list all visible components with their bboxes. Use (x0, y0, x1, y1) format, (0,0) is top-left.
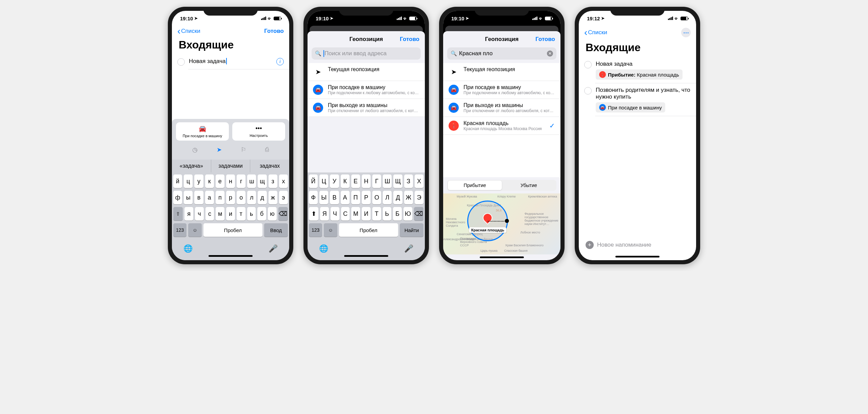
key-ь[interactable]: ь (247, 207, 256, 221)
key-с[interactable]: с (205, 207, 214, 221)
key-У[interactable]: У (330, 174, 339, 188)
key-В[interactable]: В (330, 191, 339, 204)
emoji-key[interactable]: ☺ (324, 223, 337, 237)
option-current-location[interactable]: ➤ Текущая геопозиция (443, 63, 560, 81)
key-Е[interactable]: Е (351, 174, 360, 188)
key-С[interactable]: С (341, 207, 350, 221)
map[interactable]: Музей Жукова Krispy Kreme Кремлёвская ап… (443, 193, 560, 254)
key-Ш[interactable]: Ш (383, 174, 392, 188)
key-д[interactable]: д (258, 191, 267, 204)
enter-key[interactable]: Ввод (264, 223, 288, 237)
key-я[interactable]: я (184, 207, 193, 221)
key-в[interactable]: в (194, 191, 203, 204)
key-Л[interactable]: Л (383, 191, 392, 204)
key-ж[interactable]: ж (269, 191, 277, 204)
search-box[interactable]: 🔍 (312, 47, 421, 60)
option-car-exit[interactable]: 🚘 При выходе из машиныПри отключении от … (443, 99, 560, 117)
tab-time-icon[interactable]: ◷ (189, 145, 201, 155)
key-и[interactable]: и (226, 207, 235, 221)
key-г[interactable]: г (237, 174, 245, 188)
key-з[interactable]: з (269, 174, 277, 188)
key-И[interactable]: И (362, 207, 371, 221)
new-reminder-button[interactable]: + Новое напоминание (579, 236, 696, 254)
key-ы[interactable]: ы (184, 191, 193, 204)
segment-arrival[interactable]: Прибытие (448, 181, 502, 190)
back-button[interactable]: Списки (177, 28, 200, 35)
key-ф[interactable]: ф (173, 191, 182, 204)
key-Д[interactable]: Д (393, 191, 402, 204)
task-input[interactable]: Новая задача (189, 58, 227, 64)
key-П[interactable]: П (351, 191, 360, 204)
key-Г[interactable]: Г (372, 174, 381, 188)
qt-suggestion[interactable]: «задача» (172, 160, 211, 172)
backspace-key[interactable]: ⌫ (414, 207, 423, 221)
find-key[interactable]: Найти (400, 223, 423, 237)
key-К[interactable]: К (341, 174, 350, 188)
search-box[interactable]: 🔍 Красная пло ✕ (447, 47, 556, 60)
key-М[interactable]: М (351, 207, 360, 221)
key-м[interactable]: м (216, 207, 224, 221)
task-row[interactable]: Новая задача 📍 Прибытие: Красная площадь (579, 57, 696, 83)
key-у[interactable]: у (194, 174, 203, 188)
task-radio[interactable] (584, 87, 592, 95)
key-Ф[interactable]: Ф (309, 191, 318, 204)
key-т[interactable]: т (237, 207, 245, 221)
key-Ю[interactable]: Ю (403, 207, 412, 221)
key-Ы[interactable]: Ы (319, 191, 328, 204)
key-Ж[interactable]: Ж (404, 191, 413, 204)
option-car-enter[interactable]: 🚘 При посадке в машинуПри подключении к … (443, 81, 560, 99)
key-л[interactable]: л (247, 191, 256, 204)
key-Х[interactable]: Х (415, 174, 423, 188)
home-indicator[interactable] (209, 255, 253, 257)
key-Ц[interactable]: Ц (319, 174, 328, 188)
numbers-key[interactable]: 123 (309, 223, 322, 237)
done-button[interactable]: Готово (400, 36, 419, 43)
arrival-departure-segment[interactable]: Прибытие Убытие (447, 180, 556, 191)
emoji-key[interactable]: ☺ (188, 223, 201, 237)
mic-icon[interactable]: 🎤 (404, 244, 413, 253)
key-Н[interactable]: Н (362, 174, 371, 188)
task-row[interactable]: Позвонить родителям и узнать, что нужно … (579, 83, 696, 116)
tab-location-icon[interactable]: ➤ (213, 145, 225, 155)
location-tag[interactable]: 📍 Прибытие: Красная площадь (596, 69, 683, 80)
suggestion-card-car[interactable]: 🚘При посадке в машину (176, 122, 229, 141)
key-а[interactable]: а (205, 191, 214, 204)
backspace-key[interactable]: ⌫ (278, 207, 288, 221)
numbers-key[interactable]: 123 (173, 223, 186, 237)
shift-key[interactable]: ⇧ (173, 207, 183, 221)
search-input[interactable]: Красная пло (459, 50, 545, 57)
key-А[interactable]: А (341, 191, 350, 204)
qt-suggestion[interactable]: задачами (211, 160, 251, 172)
home-indicator[interactable] (480, 256, 524, 258)
key-Б[interactable]: Б (393, 207, 402, 221)
key-ц[interactable]: ц (184, 174, 193, 188)
space-key[interactable]: Пробел (203, 223, 263, 237)
geofence-circle[interactable]: Красная площадь (467, 201, 508, 241)
key-к[interactable]: к (205, 174, 214, 188)
task-row[interactable]: Новая задача i (172, 55, 289, 69)
key-ш[interactable]: ш (247, 174, 256, 188)
space-key[interactable]: Пробел (339, 223, 398, 237)
key-е[interactable]: е (216, 174, 224, 188)
globe-icon[interactable]: 🌐 (183, 244, 193, 253)
option-car-exit[interactable]: 🚘 При выходе из машиныПри отключении от … (308, 99, 425, 117)
map-pin[interactable]: Красная площадь (467, 201, 508, 241)
key-п[interactable]: п (216, 191, 224, 204)
mic-icon[interactable]: 🎤 (269, 244, 278, 253)
key-н[interactable]: н (226, 174, 235, 188)
key-р[interactable]: р (226, 191, 235, 204)
key-б[interactable]: б (257, 207, 266, 221)
back-button[interactable]: Списки (584, 29, 607, 36)
home-indicator[interactable] (615, 256, 659, 257)
geofence-handle[interactable] (505, 219, 509, 223)
key-ю[interactable]: ю (268, 207, 277, 221)
key-й[interactable]: й (173, 174, 182, 188)
option-search-result[interactable]: 📍 Красная площадьКрасная площадь Москва … (443, 117, 560, 135)
key-х[interactable]: х (279, 174, 288, 188)
option-car-enter[interactable]: 🚘 При посадке в машинуПри подключении к … (308, 81, 425, 99)
key-Э[interactable]: Э (415, 191, 423, 204)
car-tag[interactable]: 🚘 При посадке в машину (596, 102, 665, 112)
more-button[interactable]: ⋯ (681, 28, 691, 37)
key-ч[interactable]: ч (195, 207, 204, 221)
key-Т[interactable]: Т (372, 207, 381, 221)
